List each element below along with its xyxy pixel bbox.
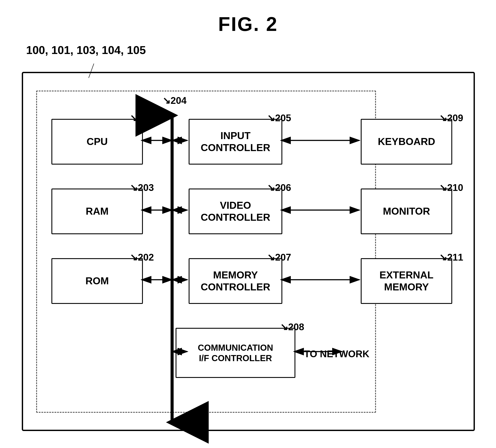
cpu-ref: ↘201 bbox=[130, 112, 154, 123]
input-controller-ref: ↘205 bbox=[267, 112, 291, 123]
page: FIG. 2 100, 101, 103, 104, 105 CPU ↘201 … bbox=[0, 0, 496, 448]
external-memory-block: EXTERNAL MEMORY bbox=[361, 258, 452, 304]
reference-label: 100, 101, 103, 104, 105 bbox=[26, 44, 146, 57]
to-network-label: TO NETWORK bbox=[304, 348, 370, 359]
ram-block: RAM bbox=[51, 189, 143, 234]
memory-controller-block: MEMORY CONTROLLER bbox=[189, 258, 282, 304]
bus-ref: ↘204 bbox=[162, 95, 186, 106]
external-memory-ref: ↘211 bbox=[439, 252, 463, 263]
video-controller-ref: ↘206 bbox=[267, 182, 291, 193]
comm-controller-ref: ↘208 bbox=[280, 321, 304, 332]
memory-controller-ref: ↘207 bbox=[267, 252, 291, 263]
figure-title: FIG. 2 bbox=[0, 0, 496, 35]
keyboard-block: KEYBOARD bbox=[361, 119, 452, 164]
monitor-block: MONITOR bbox=[361, 189, 452, 234]
ram-ref: ↘203 bbox=[130, 182, 154, 193]
input-controller-block: INPUT CONTROLLER bbox=[189, 119, 282, 164]
monitor-ref: ↘210 bbox=[439, 182, 463, 193]
rom-ref: ↘202 bbox=[130, 252, 154, 263]
video-controller-block: VIDEO CONTROLLER bbox=[189, 189, 282, 234]
rom-block: ROM bbox=[51, 258, 143, 304]
comm-controller-block: COMMUNICATION I/F CONTROLLER bbox=[176, 328, 295, 378]
cpu-block: CPU bbox=[51, 119, 143, 164]
keyboard-ref: ↘209 bbox=[439, 112, 463, 123]
outer-box: CPU ↘201 RAM ↘203 ROM ↘202 INPUT CONTROL… bbox=[22, 72, 475, 431]
